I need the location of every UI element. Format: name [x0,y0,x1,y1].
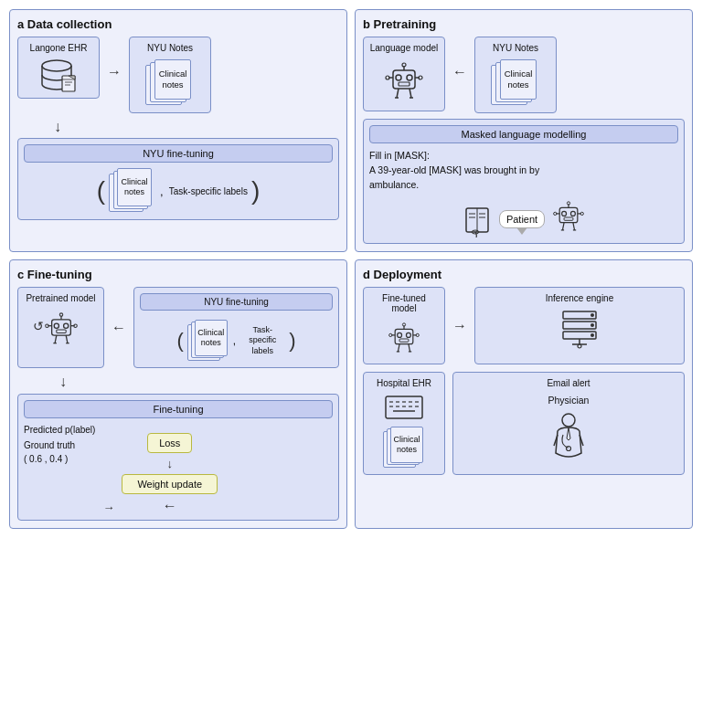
weight-update-box: Weight update [122,474,218,494]
pretrained-model-box: Pretrained model ↺ [17,287,104,368]
nyu-notes-box-b: NYU Notes Clinical notes [474,37,557,113]
robot-icon-d [388,320,420,358]
robot-icon-b [384,59,424,105]
svg-point-25 [562,212,567,216]
svg-point-47 [73,324,76,327]
svg-point-40 [63,323,68,328]
nyu-finetuning-box-c: NYU fine-tuning ( Clinical notes , Task-… [133,287,339,368]
svg-point-61 [416,334,419,337]
main-diagram: a Data collection Langone EHR [0,0,702,538]
svg-line-13 [397,89,399,98]
svg-line-63 [409,344,410,352]
arrow-to-loss: → [102,501,114,514]
section-b: b Pretraining Language model [355,9,693,252]
svg-rect-41 [56,330,65,332]
database-icon [38,59,79,92]
arrow-weight-left: ← [163,498,177,514]
svg-point-4 [396,75,401,80]
arrow-ft-to-model: ← [112,320,126,336]
keyboard-icon [384,395,424,420]
book-icon [463,205,492,237]
svg-point-87 [562,414,575,427]
physician-icon [550,413,587,460]
svg-line-14 [410,89,411,98]
langone-ehr-box: Langone EHR [17,37,100,99]
email-alert-box: Email alert Physician [452,372,685,475]
values-text: ( 0.6 , 0.4 ) [24,454,68,464]
section-b-label: b Pretraining [363,17,685,31]
svg-point-53 [398,333,402,338]
svg-point-39 [54,323,58,328]
svg-point-59 [389,334,392,337]
masked-lm-label: Masked language modelling [369,125,678,143]
arrow-ehr-to-notes: → [107,64,122,80]
robot-icon-c [44,310,79,350]
svg-point-26 [571,212,576,216]
svg-line-35 [573,223,575,230]
masked-lm-box: Masked language modelling Fill in [MASK]… [363,119,685,244]
paren-left-c: ( [177,331,184,351]
nyu-notes-box-a: NYU Notes Clinical notes [129,37,211,113]
svg-point-31 [554,213,557,216]
predicted-label-text: Predicted p(label) [24,424,95,437]
left-paren-a: ( [97,178,105,204]
section-c: c Fine-tuning Pretrained model ↺ [9,259,347,529]
inference-engine-box: Inference engine [474,287,685,364]
arrow-model-to-engine: → [452,318,467,334]
clinical-notes-label-a: Clinical notes [154,59,191,100]
svg-point-5 [407,75,412,80]
svg-line-62 [398,344,399,352]
fine-tuning-label: Fine-tuning [24,400,333,418]
svg-point-67 [590,313,594,317]
server-icon [559,310,600,350]
fine-tuning-box: Fine-tuning Predicted p(label) Ground tr… [17,394,339,521]
section-a-label: a Data collection [17,17,339,31]
svg-point-71 [590,333,594,337]
svg-point-8 [402,63,406,67]
svg-point-57 [402,323,405,326]
loss-box: Loss [147,433,192,453]
svg-point-29 [567,202,569,205]
fine-tuned-model-box: Fine-tuned model [363,287,445,364]
section-d: d Deployment Fine-tuned model [355,259,693,529]
svg-rect-55 [399,339,409,342]
svg-rect-75 [386,396,422,418]
language-model-box: Language model [363,37,445,111]
arrow-notes-to-model: ← [452,64,467,80]
svg-point-54 [406,333,410,338]
nyu-finetuning-label-a: NYU fine-tuning [24,144,333,163]
svg-rect-6 [399,82,410,86]
arrow-loss-down: ↓ [167,457,174,470]
right-paren-a: ) [251,178,260,204]
task-specific-labels-a: Task-specific labels [169,185,248,197]
hospital-ehr-box: Hospital EHR [363,372,445,475]
svg-line-48 [55,335,57,343]
svg-point-33 [580,213,583,216]
svg-point-69 [590,323,594,327]
svg-point-88 [567,447,571,451]
speech-bubble: Patient [499,210,545,228]
section-a: a Data collection Langone EHR [9,9,347,252]
svg-line-49 [66,335,68,343]
robot-icon-b2 [552,197,585,237]
svg-line-34 [563,223,565,230]
nyu-ft-label-c: NYU fine-tuning [140,293,333,311]
svg-rect-27 [564,217,573,220]
svg-point-0 [42,60,71,71]
paren-right-c: ) [289,331,295,351]
ground-truth-text: Ground truth [24,440,75,450]
section-d-label: d Deployment [363,268,685,281]
nyu-finetuning-box-a: NYU fine-tuning ( Clinical notes , Task-… [17,138,339,220]
section-c-label: c Fine-tuning [17,268,339,281]
